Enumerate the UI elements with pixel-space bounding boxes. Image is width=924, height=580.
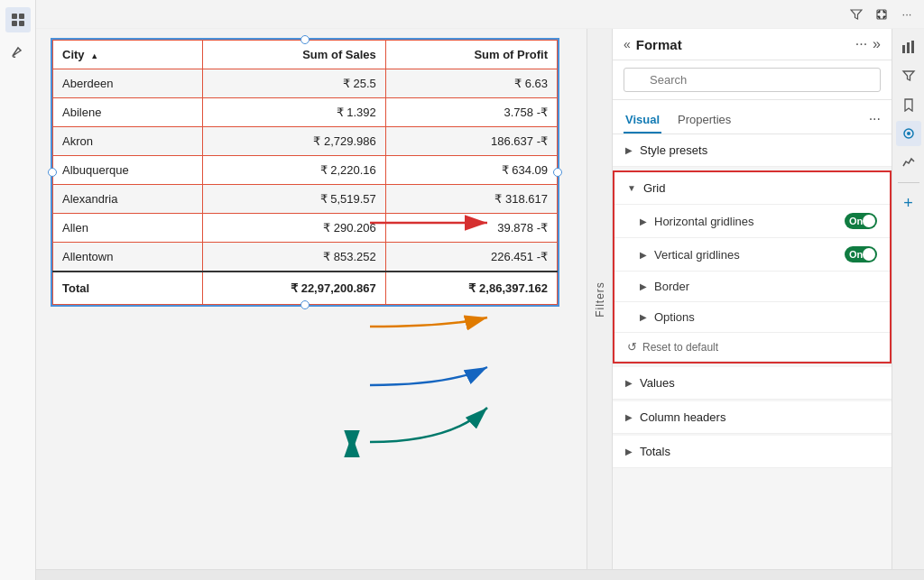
format-panel-title: Format <box>636 37 682 52</box>
accordion-header-column-headers[interactable]: ▶ Column headers <box>613 401 892 434</box>
brush-icon[interactable] <box>5 40 31 65</box>
accordion-values: ▶ Values <box>613 367 892 400</box>
chevron-column-headers: ▶ <box>625 412 633 422</box>
vertical-gridlines-item[interactable]: ▶ Vertical gridlines On <box>614 238 890 272</box>
column-header-sales[interactable]: Sum of Sales <box>202 41 385 69</box>
cell-profit-0: ₹ 6.63 <box>385 69 557 98</box>
cell-sales-3: ₹ 2,220.16 <box>202 156 385 185</box>
cell-profit-6: 226.451 -₹ <box>385 243 557 272</box>
tabs-more-icon[interactable]: ··· <box>869 111 881 131</box>
table-area: City ▲ Sum of Sales Sum of Profit <box>36 29 587 569</box>
right-sidebar: + <box>892 29 924 569</box>
style-presets-label: Style presets <box>640 143 707 157</box>
filters-sidebar-icon[interactable] <box>896 63 921 88</box>
totals-label: Totals <box>640 445 670 458</box>
resize-handle-top[interactable] <box>300 35 310 44</box>
cell-sales-1: ₹ 1.392 <box>202 98 385 127</box>
sales-label: Sum of Sales <box>302 48 376 61</box>
reset-default[interactable]: ↺ Reset to default <box>614 333 890 362</box>
chevron-style-presets: ▶ <box>625 145 633 155</box>
accordion-column-headers: ▶ Column headers <box>613 401 892 434</box>
accordion-header-totals[interactable]: ▶ Totals <box>613 436 892 468</box>
svg-rect-11 <box>907 42 910 53</box>
values-label: Values <box>640 376 675 390</box>
city-label: City <box>62 48 85 61</box>
chevron-horizontal: ▶ <box>640 216 647 226</box>
format-panel-icons: ··· » <box>855 36 881 52</box>
collapse-icon[interactable]: « <box>624 37 631 51</box>
column-headers-label: Column headers <box>640 410 725 424</box>
visualizations-icon[interactable] <box>896 34 921 60</box>
analytics-icon[interactable] <box>896 150 921 175</box>
divider <box>898 182 919 183</box>
column-header-city[interactable]: City ▲ <box>53 41 203 69</box>
canvas-toolbar: ··· <box>36 0 924 29</box>
chevron-totals: ▶ <box>625 447 633 456</box>
column-header-profit[interactable]: Sum of Profit <box>385 41 557 69</box>
svg-rect-3 <box>19 21 24 26</box>
visual-table-wrapper: City ▲ Sum of Sales Sum of Profit <box>51 38 559 307</box>
bottom-scrollbar[interactable] <box>36 569 924 580</box>
svg-rect-10 <box>902 45 905 53</box>
cell-city-2: Akron <box>53 127 203 156</box>
resize-handle-right[interactable] <box>553 168 562 177</box>
border-label: Border <box>654 280 689 293</box>
format-tabs: Visual Properties ··· <box>613 100 892 134</box>
table-row: Allen ₹ 290.206 39.878 -₹ <box>53 214 558 243</box>
more-options-icon[interactable]: ··· <box>855 36 867 52</box>
filters-label: Filters <box>594 281 606 318</box>
cell-sales-6: ₹ 853.252 <box>202 243 385 272</box>
options-label: Options <box>654 310 695 324</box>
grid-icon[interactable] <box>5 7 31 32</box>
cell-sales-5: ₹ 290.206 <box>202 214 385 243</box>
cell-city-3: Albuquerque <box>53 156 203 185</box>
data-table: City ▲ Sum of Sales Sum of Profit <box>52 40 558 305</box>
accordion-header-grid[interactable]: ▼ Grid <box>614 172 890 205</box>
bookmark-icon[interactable] <box>896 92 921 117</box>
filter-icon[interactable] <box>846 5 866 24</box>
vertical-gridlines-toggle[interactable]: On <box>845 246 877 262</box>
options-item[interactable]: ▶ Options <box>614 302 890 333</box>
tab-visual[interactable]: Visual <box>624 107 661 133</box>
svg-rect-12 <box>911 41 914 53</box>
chevron-values: ▶ <box>625 378 633 388</box>
cell-city-6: Allentown <box>53 243 203 272</box>
cell-city-4: Alexandria <box>53 185 203 214</box>
table-body: Aberdeen ₹ 25.5 ₹ 6.63 Abilene ₹ 1.392 3… <box>53 69 558 272</box>
border-item[interactable]: ▶ Border <box>614 272 890 302</box>
chevron-border: ▶ <box>640 281 647 291</box>
resize-handle-bottom[interactable] <box>300 300 310 309</box>
accordion-header-style-presets[interactable]: ▶ Style presets <box>613 134 892 167</box>
filters-panel: Filters <box>587 29 612 569</box>
cell-city-1: Abilene <box>53 98 203 127</box>
horizontal-gridlines-item[interactable]: ▶ Horizontal gridlines On <box>614 205 890 238</box>
format-panel: « Format ··· » 🔍 Visual Proper <box>612 29 892 569</box>
footer-sales: ₹ 22,97,200.867 <box>202 272 385 305</box>
search-input[interactable] <box>624 68 881 92</box>
chevron-grid: ▼ <box>627 183 636 193</box>
format-sidebar-icon[interactable] <box>896 121 921 146</box>
cell-profit-5: 39.878 -₹ <box>385 214 557 243</box>
sort-arrow: ▲ <box>90 51 98 60</box>
format-panel-header: « Format ··· » <box>613 29 892 60</box>
table-row: Albuquerque ₹ 2,220.16 ₹ 634.09 <box>53 156 558 185</box>
expand-icon[interactable] <box>872 5 892 24</box>
more-options-icon[interactable]: ··· <box>897 5 917 24</box>
accordion-totals: ▶ Totals <box>613 436 892 468</box>
cell-profit-3: ₹ 634.09 <box>385 156 557 185</box>
tab-properties[interactable]: Properties <box>676 107 733 133</box>
horizontal-gridlines-toggle[interactable]: On <box>845 213 877 229</box>
chevron-vertical: ▶ <box>640 250 647 260</box>
expand-panel-icon[interactable]: » <box>873 36 881 52</box>
cell-profit-4: ₹ 318.617 <box>385 185 557 214</box>
footer-profit: ₹ 2,86,397.162 <box>385 272 557 305</box>
format-body: ▶ Style presets ▼ Grid <box>613 134 892 569</box>
chevron-options: ▶ <box>640 312 647 322</box>
accordion-header-values[interactable]: ▶ Values <box>613 367 892 400</box>
accordion-style-presets: ▶ Style presets <box>613 134 892 167</box>
footer-city: Total <box>53 272 203 305</box>
cell-sales-0: ₹ 25.5 <box>202 69 385 98</box>
resize-handle-left[interactable] <box>48 168 57 177</box>
toggle-knob <box>863 215 875 227</box>
add-icon[interactable]: + <box>896 190 921 216</box>
